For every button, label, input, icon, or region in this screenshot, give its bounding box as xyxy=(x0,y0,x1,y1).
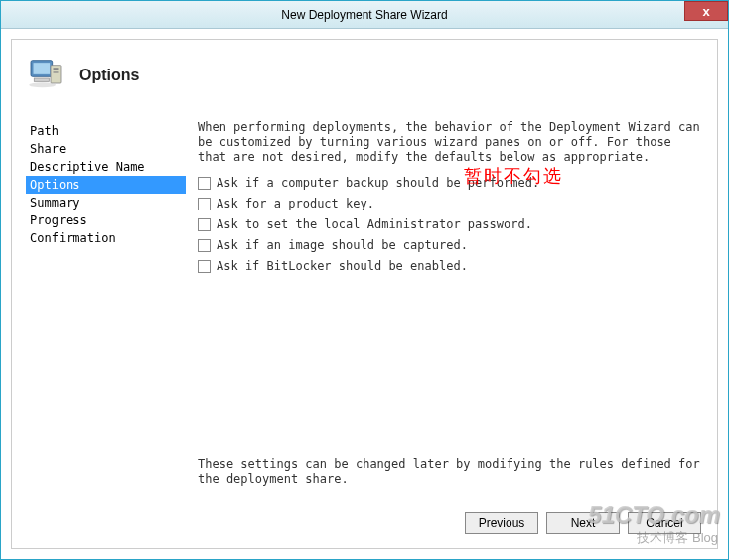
page-title: Options xyxy=(79,67,139,84)
wizard-content: Options Path Share Descriptive Name Opti… xyxy=(11,39,718,549)
checkbox-label: Ask for a product key. xyxy=(217,196,374,211)
checkbox-row-admin-password: Ask to set the local Administrator passw… xyxy=(198,216,701,232)
nav-item-options[interactable]: Options xyxy=(26,176,186,194)
nav-steps: Path Share Descriptive Name Options Summ… xyxy=(12,104,186,548)
nav-item-confirmation[interactable]: Confirmation xyxy=(26,229,186,247)
checkbox-backup[interactable] xyxy=(198,177,211,190)
checkbox-row-image-capture: Ask if an image should be captured. xyxy=(198,237,701,253)
checkbox-label: Ask if BitLocker should be enabled. xyxy=(217,258,468,274)
wizard-header: Options xyxy=(12,40,717,104)
checkbox-row-product-key: Ask for a product key. xyxy=(198,196,701,211)
nav-item-progress[interactable]: Progress xyxy=(26,211,186,229)
checkbox-label: Ask if an image should be captured. xyxy=(217,237,468,253)
description-text: When performing deployments, the behavio… xyxy=(198,120,701,165)
checkbox-admin-password[interactable] xyxy=(198,218,211,231)
close-button[interactable]: x xyxy=(684,1,728,21)
cancel-button[interactable]: Cancel xyxy=(628,512,701,534)
close-icon: x xyxy=(702,4,709,19)
svg-rect-3 xyxy=(54,68,59,70)
right-pane: When performing deployments, the behavio… xyxy=(186,104,717,548)
checkbox-product-key[interactable] xyxy=(198,198,211,210)
titlebar: New Deployment Share Wizard x xyxy=(1,1,728,29)
checkbox-row-bitlocker: Ask if BitLocker should be enabled. xyxy=(198,258,701,274)
checkbox-row-backup: Ask if a computer backup should be perfo… xyxy=(198,175,701,191)
checkbox-label: Ask to set the local Administrator passw… xyxy=(217,216,532,232)
annotation-text: 暂时不勾选 xyxy=(464,164,563,188)
nav-item-descriptive-name[interactable]: Descriptive Name xyxy=(26,158,186,176)
next-button[interactable]: Next xyxy=(546,512,620,534)
previous-button[interactable]: Previous xyxy=(465,512,538,534)
computer-icon xyxy=(26,54,66,96)
checkbox-image-capture[interactable] xyxy=(198,239,211,252)
nav-item-path[interactable]: Path xyxy=(26,122,186,140)
window-title: New Deployment Share Wizard xyxy=(281,8,447,22)
nav-item-share[interactable]: Share xyxy=(26,140,186,158)
button-row: Previous Next Cancel xyxy=(465,512,701,534)
svg-rect-4 xyxy=(54,71,59,72)
nav-item-summary[interactable]: Summary xyxy=(26,194,186,211)
checkbox-bitlocker[interactable] xyxy=(198,260,211,273)
footer-note: These settings can be changed later by m… xyxy=(198,457,701,487)
svg-rect-5 xyxy=(34,78,49,81)
svg-rect-1 xyxy=(34,63,51,74)
svg-point-6 xyxy=(29,82,56,87)
main-area: Path Share Descriptive Name Options Summ… xyxy=(12,104,717,548)
